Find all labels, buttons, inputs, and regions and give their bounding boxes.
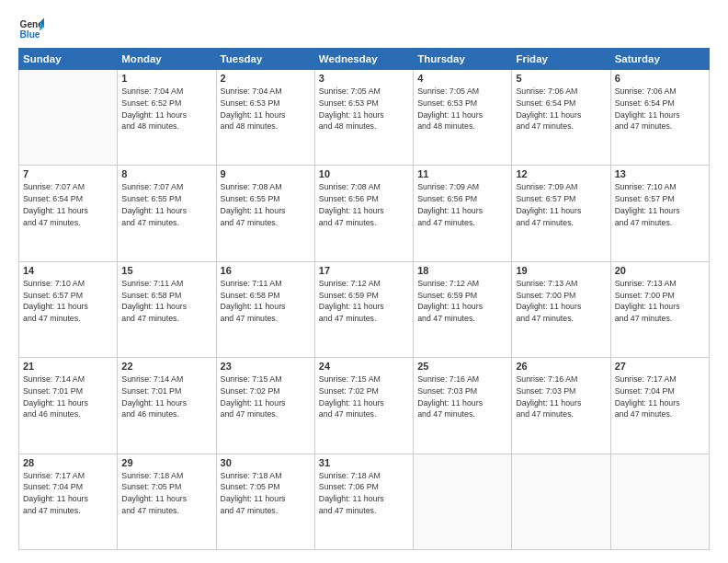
calendar-cell: 12Sunrise: 7:09 AM Sunset: 6:57 PM Dayli…: [512, 166, 610, 261]
cell-info: Sunrise: 7:14 AM Sunset: 7:01 PM Dayligh…: [23, 373, 113, 420]
day-number: 22: [121, 361, 211, 372]
cell-info: Sunrise: 7:06 AM Sunset: 6:54 PM Dayligh…: [516, 86, 606, 132]
calendar-cell: 21Sunrise: 7:14 AM Sunset: 7:01 PM Dayli…: [19, 358, 118, 454]
calendar-cell: 5Sunrise: 7:06 AM Sunset: 6:54 PM Daylig…: [512, 70, 610, 166]
calendar-cell: [512, 454, 610, 549]
calendar-header-saturday: Saturday: [610, 49, 709, 70]
day-number: 29: [121, 457, 211, 468]
calendar-cell: 18Sunrise: 7:12 AM Sunset: 6:59 PM Dayli…: [414, 261, 512, 357]
day-number: 5: [516, 73, 606, 84]
calendar-cell: 3Sunrise: 7:05 AM Sunset: 6:53 PM Daylig…: [314, 70, 413, 166]
day-number: 3: [319, 73, 409, 84]
calendar-cell: 8Sunrise: 7:07 AM Sunset: 6:55 PM Daylig…: [118, 166, 216, 261]
cell-info: Sunrise: 7:06 AM Sunset: 6:54 PM Dayligh…: [615, 86, 705, 132]
cell-info: Sunrise: 7:18 AM Sunset: 7:06 PM Dayligh…: [319, 470, 409, 517]
calendar-week-5: 28Sunrise: 7:17 AM Sunset: 7:04 PM Dayli…: [19, 454, 710, 549]
calendar-cell: 4Sunrise: 7:05 AM Sunset: 6:53 PM Daylig…: [414, 70, 512, 166]
calendar-cell: 30Sunrise: 7:18 AM Sunset: 7:05 PM Dayli…: [216, 454, 314, 549]
cell-info: Sunrise: 7:11 AM Sunset: 6:58 PM Dayligh…: [121, 278, 211, 325]
header: General Blue: [18, 17, 710, 42]
day-number: 1: [121, 73, 211, 84]
cell-info: Sunrise: 7:07 AM Sunset: 6:54 PM Dayligh…: [23, 181, 113, 228]
calendar-cell: 26Sunrise: 7:16 AM Sunset: 7:03 PM Dayli…: [512, 358, 610, 454]
cell-info: Sunrise: 7:13 AM Sunset: 7:00 PM Dayligh…: [516, 278, 606, 325]
cell-info: Sunrise: 7:08 AM Sunset: 6:55 PM Dayligh…: [221, 181, 311, 228]
calendar-cell: [19, 70, 118, 166]
calendar-cell: 28Sunrise: 7:17 AM Sunset: 7:04 PM Dayli…: [19, 454, 118, 549]
calendar-cell: 29Sunrise: 7:18 AM Sunset: 7:05 PM Dayli…: [118, 454, 216, 549]
day-number: 27: [615, 361, 705, 372]
logo-icon: General Blue: [18, 17, 44, 42]
calendar-header-friday: Friday: [512, 49, 610, 70]
calendar-cell: 24Sunrise: 7:15 AM Sunset: 7:02 PM Dayli…: [314, 358, 413, 454]
calendar-cell: 13Sunrise: 7:10 AM Sunset: 6:57 PM Dayli…: [610, 166, 709, 261]
day-number: 7: [23, 168, 113, 179]
day-number: 20: [615, 265, 705, 276]
cell-info: Sunrise: 7:05 AM Sunset: 6:53 PM Dayligh…: [417, 86, 507, 132]
day-number: 10: [319, 168, 409, 179]
calendar-cell: 9Sunrise: 7:08 AM Sunset: 6:55 PM Daylig…: [216, 166, 314, 261]
day-number: 25: [417, 361, 507, 372]
calendar-cell: 11Sunrise: 7:09 AM Sunset: 6:56 PM Dayli…: [414, 166, 512, 261]
cell-info: Sunrise: 7:17 AM Sunset: 7:04 PM Dayligh…: [615, 373, 705, 420]
day-number: 13: [615, 168, 705, 179]
calendar-table: SundayMondayTuesdayWednesdayThursdayFrid…: [18, 48, 710, 550]
day-number: 14: [23, 265, 113, 276]
cell-info: Sunrise: 7:09 AM Sunset: 6:57 PM Dayligh…: [516, 181, 606, 228]
cell-info: Sunrise: 7:15 AM Sunset: 7:02 PM Dayligh…: [221, 373, 311, 420]
calendar-cell: 17Sunrise: 7:12 AM Sunset: 6:59 PM Dayli…: [314, 261, 413, 357]
day-number: 11: [417, 168, 507, 179]
cell-info: Sunrise: 7:08 AM Sunset: 6:56 PM Dayligh…: [319, 181, 409, 228]
day-number: 28: [23, 457, 113, 468]
calendar-header-tuesday: Tuesday: [216, 49, 314, 70]
calendar-header-sunday: Sunday: [19, 49, 118, 70]
calendar-cell: 20Sunrise: 7:13 AM Sunset: 7:00 PM Dayli…: [610, 261, 709, 357]
calendar-week-4: 21Sunrise: 7:14 AM Sunset: 7:01 PM Dayli…: [19, 358, 710, 454]
cell-info: Sunrise: 7:18 AM Sunset: 7:05 PM Dayligh…: [221, 470, 311, 517]
day-number: 30: [221, 457, 311, 468]
cell-info: Sunrise: 7:10 AM Sunset: 6:57 PM Dayligh…: [23, 278, 113, 325]
day-number: 8: [121, 168, 211, 179]
cell-info: Sunrise: 7:17 AM Sunset: 7:04 PM Dayligh…: [23, 470, 113, 517]
day-number: 9: [221, 168, 311, 179]
calendar-header-wednesday: Wednesday: [314, 49, 413, 70]
cell-info: Sunrise: 7:04 AM Sunset: 6:53 PM Dayligh…: [221, 86, 311, 132]
day-number: 19: [516, 265, 606, 276]
calendar-cell: 19Sunrise: 7:13 AM Sunset: 7:00 PM Dayli…: [512, 261, 610, 357]
cell-info: Sunrise: 7:16 AM Sunset: 7:03 PM Dayligh…: [417, 373, 507, 420]
calendar-header-row: SundayMondayTuesdayWednesdayThursdayFrid…: [19, 49, 710, 70]
calendar-cell: 6Sunrise: 7:06 AM Sunset: 6:54 PM Daylig…: [610, 70, 709, 166]
calendar-cell: 14Sunrise: 7:10 AM Sunset: 6:57 PM Dayli…: [19, 261, 118, 357]
calendar-header-monday: Monday: [118, 49, 216, 70]
calendar-cell: 2Sunrise: 7:04 AM Sunset: 6:53 PM Daylig…: [216, 70, 314, 166]
day-number: 12: [516, 168, 606, 179]
calendar-cell: 22Sunrise: 7:14 AM Sunset: 7:01 PM Dayli…: [118, 358, 216, 454]
calendar-header-thursday: Thursday: [414, 49, 512, 70]
cell-info: Sunrise: 7:12 AM Sunset: 6:59 PM Dayligh…: [417, 278, 507, 325]
cell-info: Sunrise: 7:05 AM Sunset: 6:53 PM Dayligh…: [319, 86, 409, 132]
cell-info: Sunrise: 7:10 AM Sunset: 6:57 PM Dayligh…: [615, 181, 705, 228]
day-number: 31: [319, 457, 409, 468]
cell-info: Sunrise: 7:11 AM Sunset: 6:58 PM Dayligh…: [221, 278, 311, 325]
calendar-cell: 25Sunrise: 7:16 AM Sunset: 7:03 PM Dayli…: [414, 358, 512, 454]
calendar-cell: [610, 454, 709, 549]
cell-info: Sunrise: 7:13 AM Sunset: 7:00 PM Dayligh…: [615, 278, 705, 325]
cell-info: Sunrise: 7:15 AM Sunset: 7:02 PM Dayligh…: [319, 373, 409, 420]
cell-info: Sunrise: 7:14 AM Sunset: 7:01 PM Dayligh…: [121, 373, 211, 420]
cell-info: Sunrise: 7:04 AM Sunset: 6:52 PM Dayligh…: [121, 86, 211, 132]
cell-info: Sunrise: 7:16 AM Sunset: 7:03 PM Dayligh…: [516, 373, 606, 420]
calendar-cell: 10Sunrise: 7:08 AM Sunset: 6:56 PM Dayli…: [314, 166, 413, 261]
day-number: 2: [221, 73, 311, 84]
cell-info: Sunrise: 7:09 AM Sunset: 6:56 PM Dayligh…: [417, 181, 507, 228]
day-number: 26: [516, 361, 606, 372]
day-number: 24: [319, 361, 409, 372]
day-number: 23: [221, 361, 311, 372]
day-number: 16: [221, 265, 311, 276]
calendar-week-3: 14Sunrise: 7:10 AM Sunset: 6:57 PM Dayli…: [19, 261, 710, 357]
day-number: 6: [615, 73, 705, 84]
page: General Blue SundayMondayTuesdayWednesda…: [0, 0, 728, 563]
calendar-cell: [414, 454, 512, 549]
calendar-cell: 27Sunrise: 7:17 AM Sunset: 7:04 PM Dayli…: [610, 358, 709, 454]
day-number: 21: [23, 361, 113, 372]
day-number: 4: [417, 73, 507, 84]
